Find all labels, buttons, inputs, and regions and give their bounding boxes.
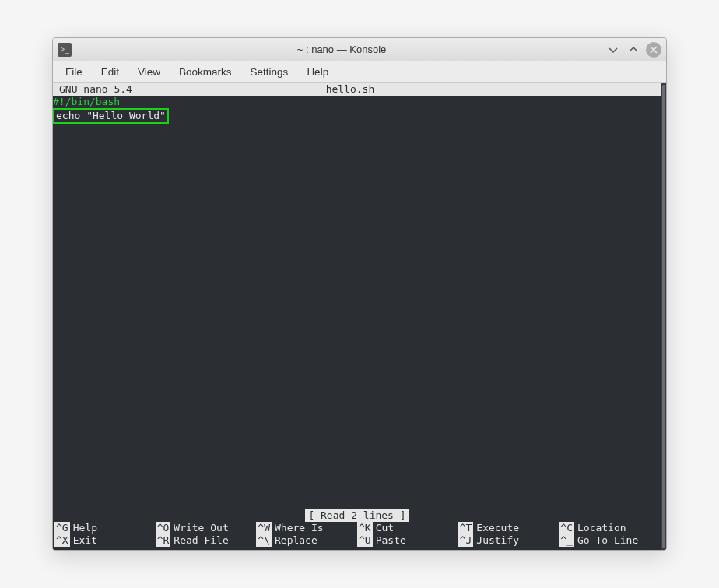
echo-line: echo "Hello World" (54, 110, 167, 122)
menu-bookmarks[interactable]: Bookmarks (171, 63, 240, 81)
shortcut-writeout: ^OWrite Out (156, 522, 257, 534)
shortcut-cut: ^KCut (357, 522, 458, 534)
shortcut-justify: ^JJustify (458, 534, 559, 547)
shortcut-gotoline: ^_Go To Line (559, 534, 660, 547)
maximize-button[interactable] (626, 42, 641, 58)
nano-body[interactable]: #!/bin/bash echo "Hello World" (53, 96, 661, 124)
close-button[interactable] (646, 42, 661, 58)
nano-status-text: [ Read 2 lines ] (305, 509, 409, 522)
shortcut-exit: ^XExit (54, 534, 156, 547)
menu-help[interactable]: Help (299, 63, 336, 81)
nano-filename: hello.sh (132, 83, 568, 96)
terminal-icon: >_ (58, 43, 72, 57)
shortcut-help: ^GHelp (54, 522, 156, 534)
window-title: ~ : nano — Konsole (78, 44, 605, 55)
menu-settings[interactable]: Settings (243, 63, 296, 81)
scrollbar-thumb[interactable] (662, 85, 665, 548)
titlebar[interactable]: >_ ~ : nano — Konsole (53, 38, 666, 61)
menubar: File Edit View Bookmarks Settings Help (53, 61, 666, 83)
window-controls (605, 42, 661, 58)
shortcut-execute: ^TExecute (458, 522, 559, 534)
minimize-button[interactable] (605, 42, 621, 58)
nano-status: [ Read 2 lines ] (53, 509, 661, 522)
shebang-line: #!/bin/bash (53, 96, 120, 108)
nano-header: GNU nano 5.4 hello.sh (53, 83, 661, 96)
shortcut-readfile: ^RRead File (156, 534, 257, 547)
nano-version: GNU nano 5.4 (53, 83, 132, 96)
menu-edit[interactable]: Edit (93, 63, 127, 81)
shortcut-location: ^CLocation (559, 522, 660, 534)
annotation-highlight: echo "Hello World" (53, 108, 169, 124)
konsole-window: >_ ~ : nano — Konsole File Edit View Boo… (52, 37, 667, 551)
menu-view[interactable]: View (130, 63, 168, 81)
terminal-scrollbar[interactable] (661, 83, 666, 550)
terminal-container: GNU nano 5.4 hello.sh #!/bin/bash echo "… (53, 83, 666, 550)
terminal[interactable]: GNU nano 5.4 hello.sh #!/bin/bash echo "… (53, 83, 661, 550)
shortcut-replace: ^\Replace (256, 534, 357, 547)
shortcut-paste: ^UPaste (357, 534, 458, 547)
menu-file[interactable]: File (58, 63, 90, 81)
nano-shortcuts: ^GHelp ^OWrite Out ^WWhere Is ^KCut ^TEx… (54, 522, 660, 547)
shortcut-whereis: ^WWhere Is (256, 522, 357, 534)
